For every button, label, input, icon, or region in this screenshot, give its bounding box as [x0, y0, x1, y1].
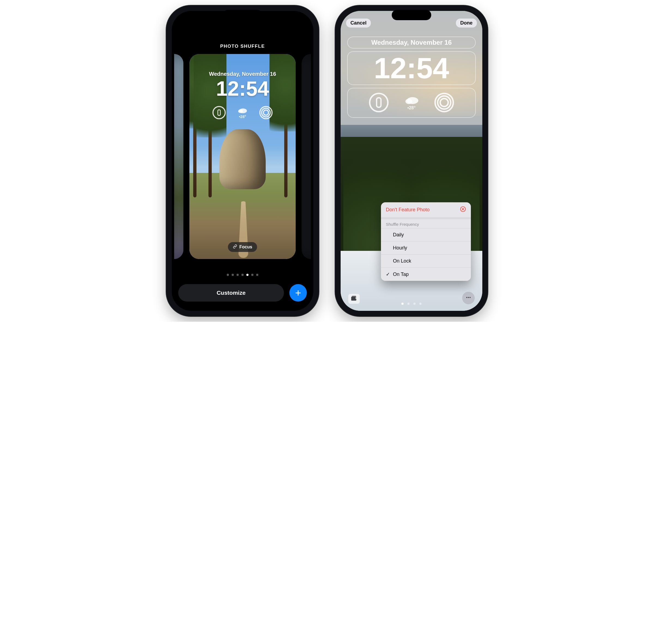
page-dot[interactable]: [419, 303, 421, 305]
style-page-dots[interactable]: [402, 303, 421, 305]
phone-gallery: PHOTO SHUFFLE Wednesday, November 16 12:…: [166, 5, 319, 316]
svg-point-13: [440, 98, 448, 106]
phone-editor: Cancel Done Wednesday, November 16 12:54…: [335, 5, 488, 316]
editor-style-pager: [341, 303, 482, 305]
done-label: Done: [460, 20, 473, 26]
page-dot[interactable]: [232, 274, 234, 276]
wallpaper-title: PHOTO SHUFFLE: [172, 44, 313, 49]
lockscreen-date: Wednesday, November 16: [189, 71, 296, 77]
editor-more-button[interactable]: [462, 292, 475, 304]
option-label: On Lock: [393, 258, 411, 264]
cancel-label: Cancel: [350, 20, 366, 26]
svg-point-20: [469, 297, 470, 298]
page-dot[interactable]: [241, 274, 244, 276]
page-dot[interactable]: [237, 274, 239, 276]
screen-editor: Cancel Done Wednesday, November 16 12:54…: [341, 11, 482, 311]
checkmark-icon: ✓: [386, 271, 390, 277]
editor-widgets-stack: Wednesday, November 16 12:54 •28°: [347, 37, 476, 118]
wallpaper-carousel[interactable]: Wednesday, November 16 12:54 •28°: [172, 54, 313, 259]
shuffle-frequency-option[interactable]: ✓On Tap: [381, 268, 471, 281]
photo-shuffle-gallery-button[interactable]: [348, 294, 360, 304]
shuffle-options-menu: Don't Feature Photo Shuffle Frequency Da…: [381, 202, 471, 281]
menu-separator: [381, 217, 471, 219]
ellipsis-icon: [465, 294, 472, 302]
dont-feature-label: Don't Feature Photo: [386, 207, 430, 213]
weather-temp: •28°: [239, 115, 246, 119]
cancel-button[interactable]: Cancel: [346, 19, 371, 27]
wallpaper-next-peek[interactable]: [302, 54, 311, 259]
svg-point-19: [468, 297, 469, 298]
svg-point-6: [264, 110, 269, 115]
option-label: Hourly: [393, 245, 407, 251]
done-button[interactable]: Done: [456, 19, 477, 27]
wallpaper-prev-peek[interactable]: [174, 54, 184, 259]
option-label: On Tap: [393, 272, 409, 277]
option-label: Daily: [393, 232, 404, 238]
editor-time: 12:54: [372, 51, 451, 86]
wallpaper-page-dots[interactable]: [172, 274, 313, 276]
dynamic-island: [223, 10, 262, 20]
page-dot[interactable]: [256, 274, 258, 276]
shuffle-frequency-header: Shuffle Frequency: [381, 219, 471, 228]
lockscreen-widgets-row: •28°: [189, 105, 296, 121]
svg-point-3: [238, 109, 243, 113]
editor-date-slot[interactable]: Wednesday, November 16: [347, 37, 476, 48]
weather-widget: •28°: [234, 105, 251, 121]
customize-label: Customize: [217, 290, 245, 296]
watch-battery-widget: [211, 105, 227, 121]
editor-widgets-slot[interactable]: •28°: [347, 88, 476, 118]
link-icon: [233, 244, 237, 250]
page-dot[interactable]: [407, 303, 410, 305]
weather-widget[interactable]: •28°: [400, 91, 423, 114]
weather-temp: •28°: [407, 106, 416, 110]
add-wallpaper-button[interactable]: +: [289, 284, 307, 302]
photo-stack-icon: [350, 295, 358, 302]
editor-time-slot[interactable]: 12:54: [347, 51, 476, 85]
activity-rings-widget: [258, 105, 274, 121]
lockscreen-time: 12:54: [189, 78, 296, 99]
focus-label: Focus: [239, 245, 252, 250]
wallpaper-card-current[interactable]: Wednesday, November 16 12:54 •28°: [189, 54, 296, 259]
activity-rings-widget[interactable]: [433, 91, 456, 114]
svg-rect-16: [352, 296, 356, 297]
svg-point-18: [466, 297, 467, 298]
watch-battery-widget[interactable]: [367, 91, 390, 114]
shuffle-frequency-option[interactable]: On Lock: [381, 254, 471, 268]
remove-circle-icon: [460, 206, 466, 213]
page-dot[interactable]: [251, 274, 253, 276]
dont-feature-photo-item[interactable]: Don't Feature Photo: [381, 202, 471, 217]
page-dot[interactable]: [413, 303, 416, 305]
editor-date: Wednesday, November 16: [371, 39, 452, 46]
customize-button[interactable]: Customize: [178, 284, 284, 302]
dynamic-island: [392, 10, 431, 20]
svg-point-7: [370, 93, 388, 112]
page-dot[interactable]: [227, 274, 229, 276]
gallery-bottom-bar: Customize +: [178, 284, 307, 302]
shuffle-frequency-option[interactable]: Daily: [381, 228, 471, 241]
svg-rect-15: [351, 297, 357, 300]
plus-icon: +: [295, 287, 301, 299]
svg-point-10: [406, 99, 412, 104]
page-dot[interactable]: [246, 274, 248, 276]
svg-point-0: [213, 107, 225, 119]
shuffle-frequency-option[interactable]: Hourly: [381, 241, 471, 254]
svg-rect-1: [218, 110, 220, 116]
focus-link-chip[interactable]: Focus: [228, 242, 257, 252]
screen-gallery: PHOTO SHUFFLE Wednesday, November 16 12:…: [172, 11, 313, 311]
lockscreen-overlay: Wednesday, November 16 12:54 •28°: [189, 54, 296, 259]
svg-rect-8: [377, 98, 381, 108]
page-dot[interactable]: [402, 303, 404, 305]
